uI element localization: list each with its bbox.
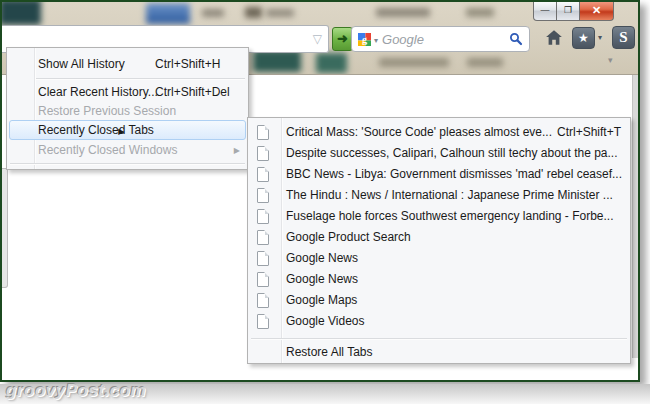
- menu-item-restore-all-tabs[interactable]: Restore All Tabs: [248, 342, 630, 363]
- menu-item-label: Restore All Tabs: [286, 342, 373, 363]
- closed-tab-item[interactable]: Fuselage hole forces Southwest emergency…: [248, 206, 630, 227]
- star-icon: ★: [578, 31, 589, 45]
- engine-caret-icon[interactable]: ▾: [374, 36, 378, 45]
- menu-separator: [36, 78, 245, 80]
- blurred-tab-text: [202, 9, 224, 17]
- window-controls: — ❐ ✕: [534, 2, 614, 21]
- closed-tab-title: Google Product Search: [286, 227, 411, 248]
- closed-tab-title: Google Maps: [286, 290, 357, 311]
- menu-item-clear-recent-history[interactable]: Clear Recent History... Ctrl+Shift+Del: [7, 83, 248, 102]
- closed-tab-title: Google News: [286, 248, 358, 269]
- url-history-dropdown-icon[interactable]: ▽: [313, 32, 322, 46]
- menu-item-restore-previous-session[interactable]: Restore Previous Session: [7, 102, 248, 121]
- blurred-bookmark-text: [467, 58, 503, 67]
- page-icon: [257, 314, 269, 329]
- watermark-strip: groovyPost.com: [0, 384, 650, 404]
- page-icon: [257, 125, 269, 140]
- menu-item-recently-closed-windows[interactable]: Recently Closed Windows ▶: [7, 141, 248, 160]
- page-icon: [257, 209, 269, 224]
- closed-tab-item[interactable]: Google News: [248, 269, 630, 290]
- menu-item-label: Restore Previous Session: [38, 102, 176, 121]
- page-icon: [257, 167, 269, 182]
- menu-item-label: Show All History: [38, 55, 125, 74]
- closed-tab-title: Google Videos: [286, 311, 365, 332]
- window-left-edge: [2, 168, 8, 288]
- page-icon: [257, 230, 269, 245]
- search-box[interactable]: g ▾ Google: [351, 26, 530, 52]
- closed-tab-item[interactable]: BBC News - Libya: Government dismisses '…: [248, 164, 630, 185]
- closed-tab-item[interactable]: Despite successes, Calipari, Calhoun sti…: [248, 143, 630, 164]
- screenshot-canvas: — ❐ ✕ ▽ ➜ g ▾: [0, 0, 650, 404]
- menu-item-label: Recently Closed Windows: [38, 141, 177, 160]
- page-icon: [257, 188, 269, 203]
- page-icon: [257, 272, 269, 287]
- maximize-button[interactable]: ❐: [556, 2, 580, 21]
- closed-tab-item[interactable]: Google News: [248, 248, 630, 269]
- closed-tab-item[interactable]: Google Maps: [248, 290, 630, 311]
- blurred-tab-text: [266, 9, 294, 17]
- search-input[interactable]: Google: [382, 32, 509, 47]
- closed-tab-item[interactable]: Critical Mass: 'Source Code' pleases alm…: [248, 122, 630, 143]
- bookmark-caret-icon[interactable]: ▾: [598, 33, 602, 42]
- watermark-text: groovyPost.com: [6, 381, 146, 401]
- closed-tab-item[interactable]: Google Videos: [248, 311, 630, 332]
- minimize-button[interactable]: —: [533, 2, 557, 21]
- blurred-tab-text: [466, 8, 494, 17]
- menu-item-recently-closed-tabs[interactable]: Recently Closed Tabs ▶: [7, 121, 248, 140]
- page-icon: [257, 251, 269, 266]
- close-button[interactable]: ✕: [579, 2, 614, 21]
- submenu-separator: [251, 338, 627, 340]
- closed-tab-title: Fuselage hole forces Southwest emergency…: [286, 206, 614, 227]
- closed-tab-item[interactable]: Google Product Search: [248, 227, 630, 248]
- closed-tab-title: Google News: [286, 269, 358, 290]
- menu-item-show-all-history[interactable]: Show All History Ctrl+Shift+H: [7, 55, 248, 74]
- blurred-bookmark-text: [379, 58, 449, 67]
- overflow-caret-icon: ▾: [608, 55, 613, 65]
- menu-item-label: Recently Closed Tabs: [38, 123, 154, 137]
- closed-tab-title: Critical Mass: 'Source Code' pleases alm…: [286, 122, 552, 143]
- blurred-bookmark: [316, 53, 347, 73]
- blurred-tab-text: [376, 8, 430, 17]
- menu-item-shortcut: Ctrl+Shift+Del: [155, 83, 230, 102]
- submenu-arrow-icon: ▶: [118, 127, 124, 136]
- submenu-items: Critical Mass: 'Source Code' pleases alm…: [248, 122, 630, 332]
- blurred-tab-text: [245, 7, 262, 18]
- menu-separator: [10, 163, 245, 165]
- browser-window: — ❐ ✕ ▽ ➜ g ▾: [0, 0, 640, 382]
- google-engine-icon[interactable]: g: [358, 33, 371, 46]
- blurred-firefox-button: [2, 2, 41, 25]
- go-button[interactable]: ➜: [332, 27, 353, 51]
- closed-tab-shortcut: Ctrl+Shift+T: [557, 122, 621, 143]
- closed-tab-item[interactable]: The Hindu : News / International : Japan…: [248, 185, 630, 206]
- page-icon: [257, 293, 269, 308]
- window-right-edge: [632, 75, 638, 358]
- history-menu: Show All History Ctrl+Shift+H Clear Rece…: [6, 47, 249, 170]
- menu-item-label: Clear Recent History...: [38, 83, 158, 102]
- home-icon[interactable]: [545, 29, 563, 47]
- recently-closed-tabs-submenu: Critical Mass: 'Source Code' pleases alm…: [247, 117, 631, 364]
- blurred-bookmark: [253, 50, 301, 72]
- svg-text:g: g: [362, 34, 367, 45]
- menu-item-shortcut: Ctrl+Shift+H: [155, 55, 220, 74]
- closed-tab-title: Despite successes, Calipari, Calhoun sti…: [286, 143, 618, 164]
- addon-s-button[interactable]: S: [612, 26, 635, 49]
- closed-tab-title: The Hindu : News / International : Japan…: [286, 185, 613, 206]
- blurred-active-tab: [146, 3, 190, 24]
- submenu-arrow-icon: ▶: [234, 141, 240, 160]
- search-magnifier-icon[interactable]: [509, 32, 523, 46]
- closed-tab-title: BBC News - Libya: Government dismisses '…: [286, 164, 622, 185]
- bookmark-star-button[interactable]: ★: [572, 27, 595, 49]
- page-icon: [257, 146, 269, 161]
